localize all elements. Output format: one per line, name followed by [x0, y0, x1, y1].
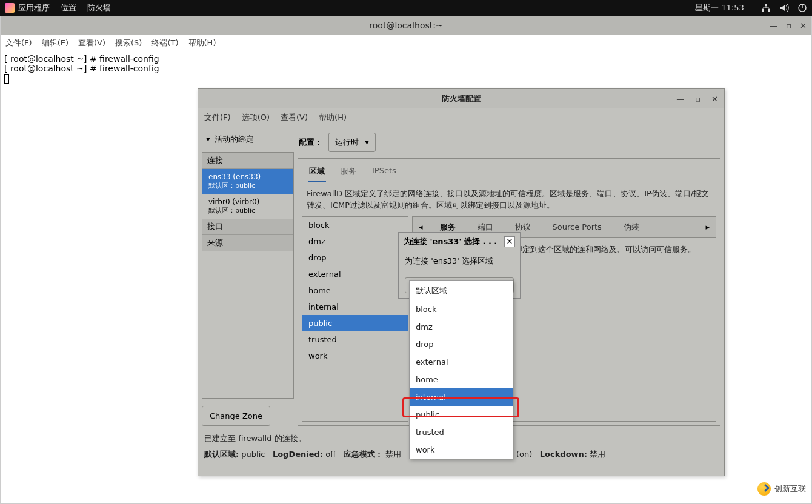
tab-ipsets[interactable]: IPSets [371, 162, 398, 182]
dd-option-block[interactable]: block [410, 300, 513, 318]
zd-scroll-right[interactable]: ▸ [699, 219, 716, 235]
fw-menu-view[interactable]: 查看(V) [281, 112, 308, 123]
terminal-close-button[interactable]: ✕ [800, 22, 807, 30]
connection-name: virbr0 (virbr0) [208, 197, 287, 206]
terminal-menu-edit[interactable]: 编辑(E) [42, 38, 68, 48]
svg-rect-4 [802, 4, 802, 8]
terminal-menu-search[interactable]: 搜索(S) [115, 38, 142, 48]
dd-option-默认区域[interactable]: 默认区域 [410, 281, 513, 300]
firewall-tabs: 区域 服务 IPSets [298, 159, 720, 182]
active-bindings-label: 活动的绑定 [215, 134, 254, 145]
firewall-title: 防火墙配置 [442, 93, 481, 104]
zd-tab-source-ports[interactable]: Source Ports [542, 217, 613, 236]
firewall-maximize-button[interactable]: ▫ [695, 94, 701, 104]
fw-menu-options[interactable]: 选项(O) [242, 112, 270, 123]
svg-rect-2 [768, 9, 770, 12]
zone-item-dmz[interactable]: dmz [302, 233, 408, 250]
firewall-close-button[interactable]: ✕ [711, 94, 718, 104]
terminal-line: [ root@localhost ~] # firewall-config [4, 64, 159, 73]
dd-option-public[interactable]: public [410, 406, 513, 423]
dd-option-home[interactable]: home [410, 371, 513, 388]
connection-name: ens33 (ens33) [208, 173, 287, 181]
top-panel: 应用程序 位置 防火墙 星期一 11:53 [0, 0, 812, 16]
dd-option-internal[interactable]: internal [410, 388, 513, 406]
active-bindings-header[interactable]: ▸ 活动的绑定 [202, 130, 294, 148]
zone-item-public[interactable]: public [302, 315, 408, 331]
firewall-menubar: 文件(F) 选项(O) 查看(V) 帮助(H) [198, 108, 724, 127]
fw-menu-help[interactable]: 帮助(H) [319, 112, 347, 123]
dd-option-drop[interactable]: drop [410, 336, 513, 353]
panel-firewall[interactable]: 防火墙 [87, 2, 111, 13]
zone-list[interactable]: blockdmzdropexternalhomeinternalpublictr… [302, 216, 408, 422]
section-sources: 来源 [202, 235, 293, 251]
terminal-menu-help[interactable]: 帮助(H) [188, 38, 216, 48]
config-dropdown[interactable]: 运行时 ▾ [328, 133, 376, 152]
panel-applications[interactable]: 应用程序 [18, 2, 50, 13]
section-connections: 连接 [202, 153, 293, 169]
watermark-text: 创新互联 [774, 483, 806, 494]
firewall-minimize-button[interactable]: — [676, 94, 684, 104]
zone-description: FirewallD 区域定义了绑定的网络连接、接口以及源地址的可信程度。区域是服… [298, 182, 720, 216]
connection-sub: 默认区：public [208, 181, 287, 190]
terminal-titlebar[interactable]: root@localhost:~ — ▫ ✕ [1, 16, 811, 35]
connection-item-ens33[interactable]: ens33 (ens33) 默认区：public [202, 169, 293, 194]
dd-option-trusted[interactable]: trusted [410, 423, 513, 441]
dd-option-external[interactable]: external [410, 353, 513, 371]
network-icon[interactable] [761, 3, 771, 13]
panel-tray [755, 3, 807, 13]
svg-rect-1 [762, 9, 764, 12]
terminal-title: root@localhost:~ [369, 21, 442, 30]
watermark: 创新互联 [757, 482, 806, 496]
zd-tab-masquerade[interactable]: 伪装 [613, 217, 650, 237]
terminal-line: [ root@localhost ~] # firewall-config [4, 54, 159, 64]
terminal-content[interactable]: [ root@localhost ~] # firewall-config [ … [1, 51, 811, 86]
section-interfaces: 接口 [202, 219, 293, 235]
panel-logo-icon [5, 3, 15, 13]
connection-item-virbr0[interactable]: virbr0 (virbr0) 默认区：public [202, 194, 293, 219]
zone-item-block[interactable]: block [302, 217, 408, 233]
zone-item-trusted[interactable]: trusted [302, 331, 408, 348]
dialog-titlebar[interactable]: 为连接 'ens33' 选择 . . . ✕ [399, 233, 520, 251]
dialog-body-text: 为连接 'ens33' 选择区域 [405, 256, 514, 267]
panel-clock[interactable]: 星期一 11:53 [695, 2, 744, 13]
connection-sub: 默认区：public [208, 206, 287, 215]
change-zone-button[interactable]: Change Zone [202, 406, 270, 426]
svg-rect-0 [765, 4, 767, 6]
zone-item-drop[interactable]: drop [302, 250, 408, 266]
terminal-menu-view[interactable]: 查看(V) [78, 38, 105, 48]
terminal-menu-file[interactable]: 文件(F) [5, 38, 32, 48]
firewall-titlebar[interactable]: 防火墙配置 — ▫ ✕ [198, 89, 724, 108]
dd-option-work[interactable]: work [410, 441, 513, 459]
zone-item-work[interactable]: work [302, 348, 408, 364]
volume-icon[interactable] [779, 3, 789, 13]
terminal-cursor [4, 74, 9, 84]
dialog-close-button[interactable]: ✕ [504, 236, 515, 247]
fw-menu-file[interactable]: 文件(F) [204, 112, 231, 123]
terminal-maximize-button[interactable]: ▫ [786, 22, 791, 30]
zone-item-external[interactable]: external [302, 266, 408, 282]
caret-down-icon: ▾ [365, 138, 369, 147]
zone-item-home[interactable]: home [302, 282, 408, 299]
watermark-logo-icon [757, 482, 771, 496]
panel-places[interactable]: 位置 [61, 2, 76, 13]
chevron-down-icon: ▸ [204, 138, 213, 142]
zone-item-internal[interactable]: internal [302, 299, 408, 315]
dd-option-dmz[interactable]: dmz [410, 318, 513, 336]
tab-zone[interactable]: 区域 [308, 162, 326, 182]
config-label: 配置： [299, 137, 322, 148]
terminal-minimize-button[interactable]: — [770, 22, 777, 30]
firewall-left-pane: ▸ 活动的绑定 连接 ens33 (ens33) 默认区：public virb… [202, 130, 294, 426]
tab-services[interactable]: 服务 [339, 162, 358, 182]
config-value: 运行时 [335, 138, 359, 147]
terminal-menu-terminal[interactable]: 终端(T) [151, 38, 178, 48]
zone-dropdown-list[interactable]: 默认区域blockdmzdropexternalhomeinternalpubl… [409, 280, 513, 459]
power-icon[interactable] [797, 3, 807, 13]
terminal-menubar: 文件(F) 编辑(E) 查看(V) 搜索(S) 终端(T) 帮助(H) [1, 35, 811, 51]
dialog-title: 为连接 'ens33' 选择 . . . [404, 236, 497, 247]
